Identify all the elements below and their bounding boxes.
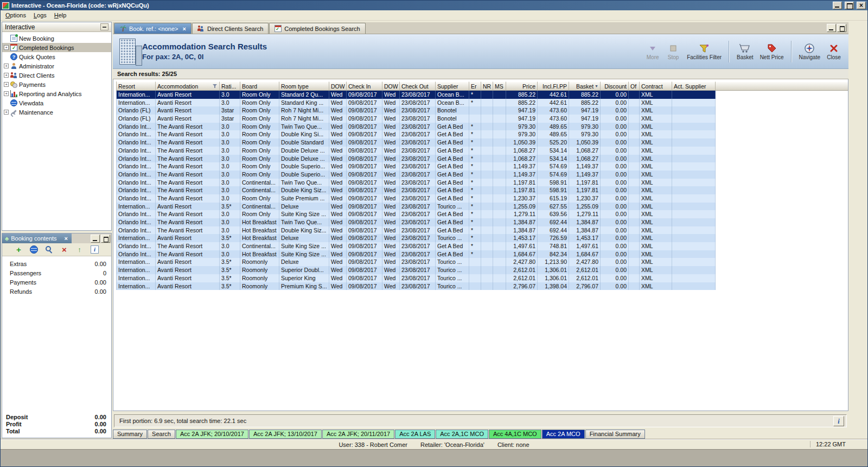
column-header-rati[interactable]: Rati...	[220, 81, 240, 91]
navigate-button[interactable]: Navigate	[796, 42, 824, 61]
session-tab-acc-2a-1c-mco[interactable]: Acc 2A,1C MCO	[436, 430, 488, 439]
expand-icon[interactable]: +	[4, 45, 9, 50]
result-row[interactable]: Orlando Int...The Avanti Resort3.0Room O…	[117, 171, 716, 179]
column-header-resort[interactable]: Resort	[117, 81, 156, 91]
result-row[interactable]: Orlando Int...The Avanti Resort3.0Contin…	[117, 179, 716, 187]
result-row[interactable]: Orlando Int...The Avanti Resort3.0Room O…	[117, 210, 716, 218]
column-header-supplier[interactable]: Supplier	[436, 81, 469, 91]
booking-contents-caption[interactable]: ♣ Booking contents ×	[2, 234, 72, 243]
sidebar-item-maintenance[interactable]: +Maintenance	[2, 108, 111, 117]
window-maximize-button[interactable]	[845, 2, 854, 9]
result-row[interactable]: Orlando Int...The Avanti Resort3.0Room O…	[117, 194, 716, 203]
result-row[interactable]: Orlando Int...The Avanti Resort3.0Hot Br…	[117, 218, 716, 226]
column-header-check-in[interactable]: Check In	[347, 81, 382, 91]
menu-options[interactable]: Options	[2, 11, 30, 20]
result-row[interactable]: Orlando Int...The Avanti Resort3.0Contin…	[117, 242, 716, 250]
nett-price-button[interactable]: Nett Price	[757, 42, 787, 61]
column-header-price[interactable]: Price	[506, 81, 538, 91]
menu-help[interactable]: Help	[50, 11, 71, 20]
mdi-minimize-button[interactable]	[827, 24, 836, 32]
panel-minimize-button[interactable]	[91, 235, 100, 243]
column-header-act-supplier[interactable]: Act. Supplier	[672, 81, 716, 91]
column-filter-icon[interactable]	[213, 84, 218, 89]
panel-restore-button[interactable]	[101, 235, 110, 243]
globe-icon[interactable]	[30, 245, 38, 254]
sidebar-item-new-booking[interactable]: New Booking	[2, 34, 111, 43]
session-tab-summary[interactable]: Summary	[113, 430, 147, 439]
delete-icon[interactable]: ×	[60, 245, 68, 254]
close-button[interactable]: Close	[824, 42, 844, 61]
session-tab-search[interactable]: Search	[148, 430, 175, 439]
upload-icon[interactable]: ↑	[75, 245, 84, 254]
result-row[interactable]: Internation...Avanti Resort3.5*RoomonlyS…	[117, 266, 716, 274]
column-header-accommodation[interactable]: Accommodation	[156, 81, 220, 91]
tab-direct-clients-search[interactable]: Direct Clients Search	[192, 23, 269, 34]
expand-icon[interactable]: +	[4, 82, 9, 87]
result-row[interactable]: Orlando Int...The Avanti Resort3.0Room O…	[117, 162, 716, 171]
expand-icon[interactable]: +	[4, 110, 9, 115]
session-tab-acc-2a-jfk-20-10-2017[interactable]: Acc 2A JFK; 20/10/2017	[176, 430, 248, 439]
column-header-ms[interactable]: MS	[493, 81, 506, 91]
result-row[interactable]: Orlando Int...The Avanti Resort3.0Hot Br…	[117, 250, 716, 258]
result-row[interactable]: Internation...Avanti Resort3.0Room OnlyS…	[117, 99, 716, 107]
info-button[interactable]: i	[833, 416, 844, 426]
column-header-basket[interactable]: Basket▼	[569, 81, 601, 91]
result-row[interactable]: Internation...Avanti Resort3.0Room OnlyS…	[117, 91, 716, 99]
result-row[interactable]: Orlando Int...The Avanti Resort3.0Room O…	[117, 138, 716, 147]
column-header-room-type[interactable]: Room type	[279, 81, 329, 91]
result-row[interactable]: Internation...Avanti Resort3.5*RoomonlyS…	[117, 274, 716, 282]
result-row[interactable]: Orlando Int...The Avanti Resort3.0Room O…	[117, 147, 716, 155]
result-row[interactable]: Internation...Avanti Resort3.5*RoomonlyD…	[117, 258, 716, 266]
expand-icon[interactable]: +	[4, 73, 9, 78]
sidebar-item-administrator[interactable]: +Administrator	[2, 61, 111, 71]
close-tab-icon[interactable]: ×	[183, 26, 186, 32]
column-header-incl-fl-pp[interactable]: Incl.Fl.PP	[538, 81, 569, 91]
result-row[interactable]: Orlando Int...The Avanti Resort3.0Contin…	[117, 186, 716, 194]
column-header-check-out[interactable]: Check Out	[400, 81, 436, 91]
column-header-of[interactable]: Of	[629, 81, 640, 91]
window-close-button[interactable]	[857, 2, 866, 9]
column-header-contract[interactable]: Contract	[640, 81, 672, 91]
search-icon[interactable]	[45, 245, 53, 254]
result-row[interactable]: Orlando Int...The Avanti Resort3.0Hot Br…	[117, 226, 716, 235]
result-row[interactable]: Internation...Avanti Resort3.5*Hot Break…	[117, 234, 716, 242]
session-tab-acc-2a-jfk-13-10-2017[interactable]: Acc 2A JFK; 13/10/2017	[249, 430, 322, 439]
result-row[interactable]: Orlando (FL)Avanti Resort3starRoom OnlyR…	[117, 106, 716, 115]
tab-book-ref-none[interactable]: Book. ref.: <none>×	[114, 23, 192, 34]
column-header-board[interactable]: Board	[240, 81, 279, 91]
menu-logs[interactable]: Logs	[30, 11, 50, 20]
collapse-panel-button[interactable]	[100, 23, 108, 30]
session-tab-acc-4a-1c-mco[interactable]: Acc 4A,1C MCO	[489, 430, 541, 439]
session-tab-acc-2a-mco[interactable]: Acc 2A MCO	[542, 430, 585, 439]
facilities-filter-button[interactable]: Facilities Filter	[684, 42, 725, 61]
sidebar-item-viewdata[interactable]: Viewdata	[2, 98, 111, 108]
result-row[interactable]: Internation...Avanti Resort3.5*Continent…	[117, 203, 716, 211]
sidebar-item-completed-bookings[interactable]: +Completed Bookings	[2, 43, 111, 52]
session-tab-financial-summary[interactable]: Financial Summary	[585, 430, 645, 439]
expand-icon[interactable]: +	[4, 91, 9, 96]
expand-icon[interactable]: +	[4, 64, 9, 68]
close-panel-icon[interactable]: ×	[63, 235, 69, 242]
add-icon[interactable]: +	[15, 245, 23, 254]
column-header-er[interactable]: Er	[469, 81, 481, 91]
column-header-dow[interactable]: DOW	[382, 81, 400, 91]
result-row[interactable]: Orlando Int...The Avanti Resort3.0Room O…	[117, 130, 716, 138]
sidebar-item-payments[interactable]: +Payments	[2, 80, 111, 89]
window-minimize-button[interactable]	[833, 2, 842, 9]
session-tab-acc-2a-las[interactable]: Acc 2A LAS	[395, 430, 435, 439]
sidebar-item-direct-clients[interactable]: +Direct Clients	[2, 71, 111, 80]
result-row[interactable]: Orlando Int...The Avanti Resort3.0Room O…	[117, 123, 716, 131]
tab-completed-bookings-search[interactable]: Completed Bookings Search	[269, 23, 365, 34]
mdi-restore-button[interactable]	[837, 24, 846, 32]
session-tab-acc-2a-jfk-20-11-2017[interactable]: Acc 2A JFK; 20/11/2017	[322, 430, 394, 439]
basket-button[interactable]: Basket	[733, 42, 757, 61]
sidebar-item-reporting-and-analytics[interactable]: +Reporting and Analytics	[2, 89, 111, 98]
result-row[interactable]: Internation...Avanti Resort3.5*RoomonlyP…	[117, 282, 716, 291]
result-row[interactable]: Orlando (FL)Avanti Resort3starRoom OnlyR…	[117, 115, 716, 123]
sidebar-item-quick-quotes[interactable]: Quick Quotes	[2, 52, 111, 61]
column-header-discount[interactable]: Discount	[601, 81, 629, 91]
column-header-dow[interactable]: DOW	[329, 81, 347, 91]
column-header-nr[interactable]: NR	[481, 81, 493, 91]
result-row[interactable]: Orlando Int...The Avanti Resort3.0Room O…	[117, 155, 716, 163]
info-icon[interactable]: i	[91, 245, 99, 254]
